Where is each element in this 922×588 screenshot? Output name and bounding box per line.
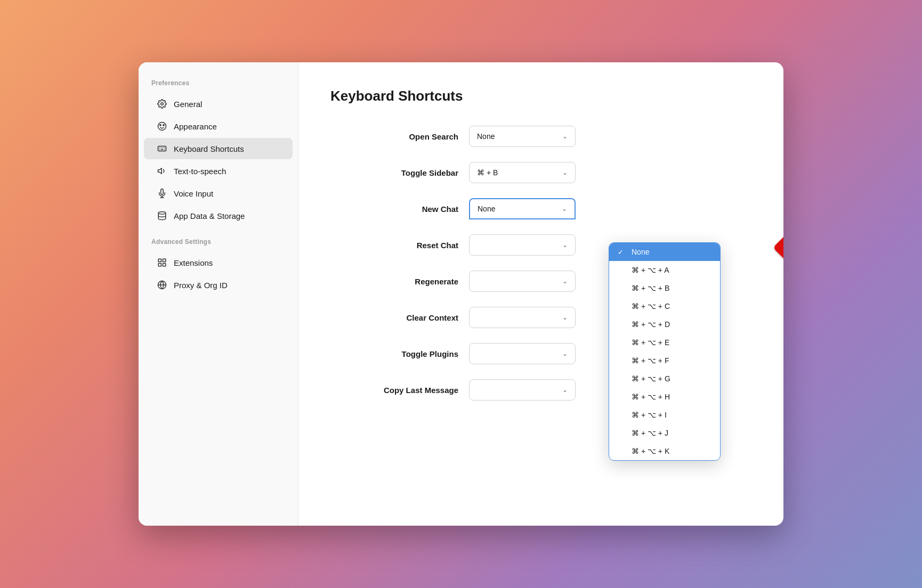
clear-context-select[interactable]: ⌄ bbox=[469, 307, 576, 328]
toggle-plugins-select[interactable]: ⌄ bbox=[469, 343, 576, 364]
dropdown-container: ✓ None ⌘ + ⌥ + A ⌘ + ⌥ + B ⌘ + ⌥ + C bbox=[609, 242, 721, 461]
shortcut-row-open-search: Open Search None ⌄ bbox=[330, 126, 751, 147]
chevron-down-icon-3: ⌄ bbox=[562, 205, 567, 213]
sidebar-item-text-to-speech[interactable]: Text-to-speech bbox=[144, 160, 293, 182]
dropdown-item-i-label: ⌘ + ⌥ + I bbox=[632, 411, 667, 419]
open-search-label: Open Search bbox=[330, 132, 458, 141]
dropdown-item-h-label: ⌘ + ⌥ + H bbox=[632, 393, 670, 401]
dropdown-item-h[interactable]: ⌘ + ⌥ + H bbox=[609, 388, 720, 406]
settings-window: Preferences General Appearance bbox=[139, 62, 783, 526]
svg-point-15 bbox=[158, 212, 166, 215]
svg-rect-18 bbox=[158, 264, 161, 266]
toggle-sidebar-select[interactable]: ⌘ + B ⌄ bbox=[469, 162, 576, 183]
appearance-icon bbox=[157, 121, 167, 132]
dropdown-item-c[interactable]: ⌘ + ⌥ + C bbox=[609, 297, 720, 315]
toggle-sidebar-value: ⌘ + B bbox=[477, 168, 498, 177]
dropdown-item-a[interactable]: ⌘ + ⌥ + A bbox=[609, 261, 720, 279]
svg-marker-12 bbox=[158, 168, 162, 174]
dropdown-item-none[interactable]: ✓ None bbox=[609, 243, 720, 261]
dropdown-item-i[interactable]: ⌘ + ⌥ + I bbox=[609, 406, 720, 424]
clear-context-label: Clear Context bbox=[330, 313, 458, 322]
chevron-down-icon-2: ⌄ bbox=[562, 169, 568, 176]
dropdown-item-b-label: ⌘ + ⌥ + B bbox=[632, 284, 669, 292]
sidebar-item-general-label: General bbox=[174, 100, 202, 109]
sidebar-item-keyboard-shortcuts-label: Keyboard Shortcuts bbox=[174, 144, 244, 153]
chevron-down-icon-4: ⌄ bbox=[562, 241, 568, 249]
reset-chat-select[interactable]: ⌄ bbox=[469, 234, 576, 256]
toggle-plugins-label: Toggle Plugins bbox=[330, 349, 458, 358]
svg-point-3 bbox=[163, 125, 164, 126]
sidebar-item-appearance[interactable]: Appearance bbox=[144, 116, 293, 137]
dropdown-item-d-label: ⌘ + ⌥ + D bbox=[632, 320, 670, 329]
sidebar-item-extensions-label: Extensions bbox=[174, 258, 213, 267]
proxy-icon bbox=[157, 280, 167, 290]
sidebar-item-keyboard-shortcuts[interactable]: Keyboard Shortcuts bbox=[144, 138, 293, 159]
gear-icon bbox=[157, 99, 167, 109]
sidebar: Preferences General Appearance bbox=[139, 62, 298, 526]
dropdown-item-a-label: ⌘ + ⌥ + A bbox=[632, 266, 669, 274]
keyboard-icon bbox=[157, 143, 167, 154]
regenerate-label: Regenerate bbox=[330, 277, 458, 286]
svg-point-1 bbox=[158, 123, 166, 130]
regenerate-select[interactable]: ⌄ bbox=[469, 271, 576, 292]
dropdown-item-d[interactable]: ⌘ + ⌥ + D bbox=[609, 315, 720, 333]
shortcut-row-new-chat: New Chat None ⌄ bbox=[330, 198, 751, 219]
sidebar-item-text-to-speech-label: Text-to-speech bbox=[174, 167, 226, 176]
toggle-sidebar-label: Toggle Sidebar bbox=[330, 168, 458, 177]
sidebar-item-appearance-label: Appearance bbox=[174, 122, 217, 131]
dropdown-item-g[interactable]: ⌘ + ⌥ + G bbox=[609, 370, 720, 388]
sidebar-item-voice-input[interactable]: Voice Input bbox=[144, 183, 293, 204]
dropdown-item-b[interactable]: ⌘ + ⌥ + B bbox=[609, 279, 720, 297]
chevron-down-icon: ⌄ bbox=[562, 133, 568, 140]
chevron-down-icon-5: ⌄ bbox=[562, 277, 568, 285]
sidebar-item-app-data[interactable]: App Data & Storage bbox=[144, 205, 293, 226]
chevron-down-icon-8: ⌄ bbox=[562, 386, 568, 394]
sidebar-item-proxy-label: Proxy & Org ID bbox=[174, 281, 228, 290]
new-chat-label: New Chat bbox=[330, 205, 458, 214]
dropdown-menu: ✓ None ⌘ + ⌥ + A ⌘ + ⌥ + B ⌘ + ⌥ + C bbox=[609, 242, 721, 461]
dropdown-item-j-label: ⌘ + ⌥ + J bbox=[632, 429, 668, 437]
open-search-value: None bbox=[477, 132, 495, 141]
preferences-section-label: Preferences bbox=[139, 79, 298, 92]
copy-last-message-label: Copy Last Message bbox=[330, 386, 458, 395]
sidebar-item-extensions[interactable]: Extensions bbox=[144, 252, 293, 273]
main-content: Keyboard Shortcuts Open Search None ⌄ To… bbox=[298, 62, 783, 526]
copy-last-message-select[interactable]: ⌄ bbox=[469, 379, 576, 401]
sidebar-item-proxy[interactable]: Proxy & Org ID bbox=[144, 274, 293, 296]
svg-rect-16 bbox=[158, 259, 161, 262]
svg-point-0 bbox=[161, 103, 164, 105]
dropdown-item-c-label: ⌘ + ⌥ + C bbox=[632, 302, 670, 311]
dropdown-item-f[interactable]: ⌘ + ⌥ + F bbox=[609, 352, 720, 370]
microphone-icon bbox=[157, 188, 167, 199]
dropdown-item-k-label: ⌘ + ⌥ + K bbox=[632, 447, 669, 455]
database-icon bbox=[157, 210, 167, 221]
dropdown-item-g-label: ⌘ + ⌥ + G bbox=[632, 374, 670, 383]
sidebar-item-app-data-label: App Data & Storage bbox=[174, 211, 245, 220]
speaker-icon bbox=[157, 166, 167, 176]
advanced-section-label: Advanced Settings bbox=[139, 238, 298, 251]
check-icon: ✓ bbox=[618, 248, 626, 256]
extensions-icon bbox=[157, 257, 167, 268]
page-title: Keyboard Shortcuts bbox=[330, 88, 751, 104]
new-chat-value: None bbox=[478, 205, 495, 213]
chevron-down-icon-7: ⌄ bbox=[562, 350, 568, 357]
dropdown-item-none-label: None bbox=[632, 248, 649, 256]
svg-rect-19 bbox=[163, 264, 166, 266]
sidebar-item-voice-input-label: Voice Input bbox=[174, 189, 213, 198]
dropdown-item-e[interactable]: ⌘ + ⌥ + E bbox=[609, 333, 720, 352]
sidebar-item-general[interactable]: General bbox=[144, 93, 293, 115]
shortcut-row-toggle-sidebar: Toggle Sidebar ⌘ + B ⌄ bbox=[330, 162, 751, 183]
reset-chat-label: Reset Chat bbox=[330, 241, 458, 250]
svg-rect-4 bbox=[158, 146, 166, 151]
chevron-down-icon-6: ⌄ bbox=[562, 314, 568, 321]
new-chat-select[interactable]: None ⌄ bbox=[469, 198, 576, 219]
dropdown-item-f-label: ⌘ + ⌥ + F bbox=[632, 356, 669, 365]
open-search-select[interactable]: None ⌄ bbox=[469, 126, 576, 147]
dropdown-item-e-label: ⌘ + ⌥ + E bbox=[632, 338, 669, 347]
svg-rect-17 bbox=[163, 259, 166, 262]
dropdown-item-k[interactable]: ⌘ + ⌥ + K bbox=[609, 442, 720, 460]
svg-point-2 bbox=[160, 125, 161, 126]
dropdown-item-j[interactable]: ⌘ + ⌥ + J bbox=[609, 424, 720, 442]
